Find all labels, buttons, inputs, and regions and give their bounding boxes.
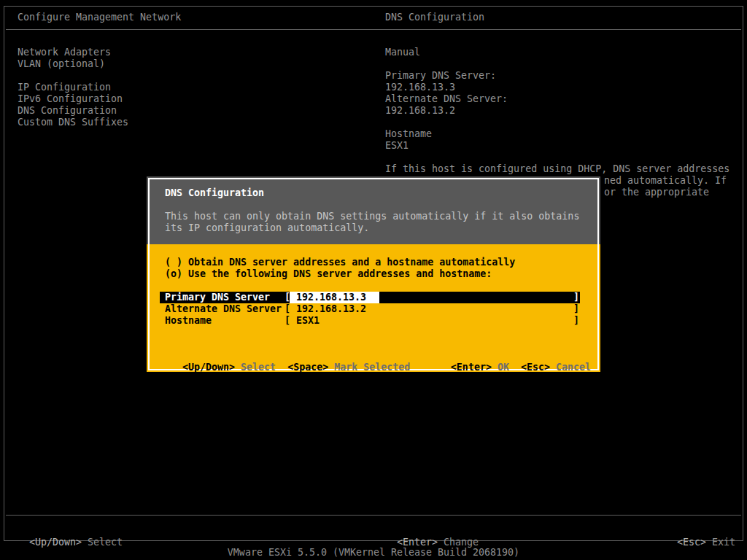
- dns-configuration-dialog: DNS Configuration This host can only obt…: [147, 176, 600, 372]
- sidebar-item-ipv6-configuration[interactable]: IPv6 Configuration: [18, 93, 123, 105]
- dhcp-note-line1: If this host is configured using DHCP, D…: [385, 163, 729, 175]
- field-label-hostname: Hostname: [165, 315, 212, 327]
- alternate-dns-input-value[interactable]: 192.168.13.2: [296, 303, 366, 315]
- bracket-close: ]: [573, 292, 579, 303]
- bracket-close: ]: [573, 315, 579, 327]
- enter-key-hint: <Enter>: [397, 537, 438, 548]
- esc-key-hint: <Esc>: [521, 362, 550, 373]
- dialog-description-line2: its IP configuration automatically.: [165, 222, 369, 234]
- space-key-action: Mark Selected: [334, 362, 410, 373]
- enter-key-action: Change: [444, 537, 479, 548]
- footer-separator: [6, 515, 741, 516]
- field-label-alternate-dns: Alternate DNS Server: [165, 303, 282, 315]
- sidebar-item-dns-configuration[interactable]: DNS Configuration: [18, 105, 117, 117]
- sidebar-item-ip-configuration[interactable]: IP Configuration: [18, 82, 111, 93]
- field-row-alternate-dns[interactable]: Alternate DNS Server [ 192.168.13.2 ]: [160, 303, 580, 315]
- bracket-open: [: [285, 303, 290, 315]
- radio-option-manual[interactable]: (o) Use the following DNS server address…: [165, 268, 492, 280]
- version-status-bar: VMware ESXi 5.5.0 (VMKernel Release Buil…: [0, 547, 747, 559]
- bracket-open: [: [285, 315, 290, 327]
- esc-key-action: Cancel: [556, 362, 591, 373]
- space-key-hint: <Space>: [287, 362, 328, 373]
- primary-dns-input[interactable]: 192.168.13.3: [290, 292, 379, 303]
- dialog-footer-left-hints: <Up/Down>Select<Space>Mark Selected: [159, 350, 410, 362]
- primary-dns-value: 192.168.13.3: [385, 82, 455, 93]
- hostname-label: Hostname: [385, 128, 432, 140]
- alternate-dns-value: 192.168.13.2: [385, 105, 455, 117]
- sidebar-item-vlan[interactable]: VLAN (optional): [18, 58, 105, 70]
- dialog-footer-right-hints: <Enter>OK<Esc>Cancel: [427, 350, 591, 362]
- esc-key-action: Exit: [712, 537, 735, 548]
- enter-key-hint: <Enter>: [451, 362, 492, 373]
- updown-key-action: Select: [241, 362, 276, 373]
- primary-dns-label: Primary DNS Server:: [385, 70, 496, 82]
- radio-option-automatic[interactable]: ( ) Obtain DNS server addresses and a ho…: [165, 257, 515, 268]
- hostname-input-value[interactable]: ESX1: [296, 315, 320, 327]
- field-label-primary-dns: Primary DNS Server: [165, 292, 270, 303]
- updown-key-action: Select: [88, 537, 123, 548]
- dhcp-note-line2-fragment: ned automatically. If: [604, 175, 727, 187]
- field-row-hostname[interactable]: Hostname [ ESX1 ]: [160, 315, 580, 327]
- updown-key-hint: <Up/Down>: [182, 362, 235, 373]
- footer-esc-hint: <Esc> Exit: [665, 525, 735, 537]
- dialog-title: DNS Configuration: [165, 187, 264, 199]
- dialog-description-line1: This host can only obtain DNS settings a…: [165, 211, 579, 222]
- updown-key-hint: <Up/Down>: [29, 537, 82, 548]
- page-title: Configure Management Network: [18, 12, 181, 23]
- sidebar-item-custom-dns-suffixes[interactable]: Custom DNS Suffixes: [18, 117, 128, 128]
- dhcp-note-line3-fragment: or the appropriate: [604, 187, 709, 198]
- esc-key-hint: <Esc>: [677, 537, 706, 548]
- enter-key-action: OK: [498, 362, 509, 373]
- primary-dns-input-value: 192.168.13.3: [296, 292, 366, 303]
- hostname-value: ESX1: [385, 140, 409, 152]
- section-title: DNS Configuration: [385, 12, 484, 23]
- sidebar-item-network-adapters[interactable]: Network Adapters: [18, 47, 111, 58]
- dns-mode-value: Manual: [385, 47, 420, 58]
- bracket-close: ]: [573, 303, 579, 315]
- footer-updown-hint: <Up/Down> Select: [18, 525, 123, 537]
- footer-enter-hint: <Enter> Change: [385, 525, 479, 537]
- field-row-primary-dns[interactable]: Primary DNS Server [ 192.168.13.3 ]: [160, 292, 580, 303]
- alternate-dns-label: Alternate DNS Server:: [385, 93, 508, 105]
- header-separator: [6, 29, 741, 30]
